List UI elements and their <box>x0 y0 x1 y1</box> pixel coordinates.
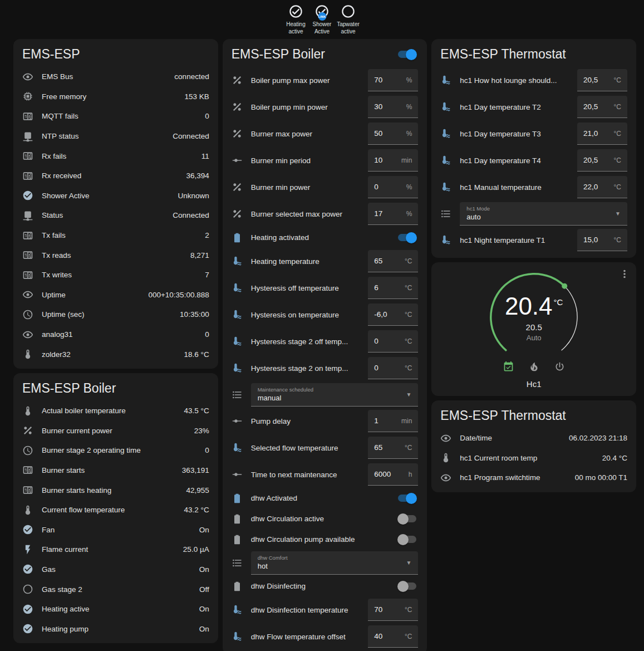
control-row[interactable]: dhw Disinfection temperature70°C <box>223 596 427 623</box>
entity-row[interactable]: GasOn <box>13 560 218 580</box>
number-input[interactable]: 0% <box>368 176 418 198</box>
entity-row[interactable]: Shower ActiveUnknown <box>13 186 218 206</box>
number-input[interactable]: 0°C <box>368 330 418 353</box>
number-input[interactable]: 0°C <box>368 357 418 379</box>
entity-row[interactable]: EMS Busconnected <box>13 67 218 87</box>
number-input[interactable]: -6,0°C <box>368 304 418 326</box>
number-input[interactable]: 6000h <box>368 463 418 486</box>
entity-row[interactable]: Current flow temperature43.2 °C <box>13 500 218 520</box>
control-row[interactable]: Hysteresis on temperature-6,0°C <box>223 301 427 328</box>
entity-row[interactable]: zolder3218.6 °C <box>13 344 218 364</box>
control-row[interactable]: Boiler pump min power30% <box>223 94 427 120</box>
number-input[interactable]: 15,0°C <box>577 229 627 251</box>
control-row[interactable]: Hysteresis stage 2 off temp...0°C <box>223 328 427 355</box>
control-row[interactable]: dhw Flow temperature offset40°C <box>223 623 427 650</box>
entity-row[interactable]: Burner starts heating42,955 <box>13 480 218 500</box>
control-row[interactable]: Pump delay1min <box>223 408 427 434</box>
fire-icon[interactable] <box>528 361 540 373</box>
entity-row[interactable]: Burner current power23% <box>13 421 218 441</box>
number-input[interactable]: 70°C <box>368 599 418 621</box>
entity-row[interactable]: FanOn <box>13 520 218 540</box>
control-row[interactable]: Burner max power50% <box>223 120 427 147</box>
entity-row[interactable]: Uptime000+10:35:00.888 <box>13 285 218 305</box>
number-input[interactable]: 10min <box>368 149 418 172</box>
control-row[interactable]: Burner min period10min <box>223 147 427 174</box>
entity-row[interactable]: Gas stage 2Off <box>13 579 218 599</box>
network-icon <box>22 210 33 221</box>
entity-row[interactable]: Free memory153 KB <box>13 87 218 107</box>
glance-item[interactable]: Tapwateractive <box>336 4 361 35</box>
entity-row[interactable]: Rx fails11 <box>13 146 218 166</box>
number-input[interactable]: 1min <box>368 410 418 432</box>
number-input[interactable]: 20,5°C <box>577 69 627 91</box>
control-row[interactable]: hc1 Day temperature T420,5°C <box>431 147 636 174</box>
control-row[interactable]: dhw Disinfecting <box>223 576 427 596</box>
select-input[interactable]: hc1 Modeauto▼ <box>460 202 627 226</box>
control-row[interactable]: Hysteresis off temperature6°C <box>223 275 427 301</box>
control-row[interactable]: hc1 Day temperature T220,5°C <box>431 94 636 120</box>
thermostat-dial[interactable] <box>484 267 584 367</box>
entity-row[interactable]: StatusConnected <box>13 205 218 226</box>
toggle-switch[interactable] <box>398 515 416 522</box>
entity-row[interactable]: Tx reads8,271 <box>13 245 218 265</box>
entity-row[interactable]: Rx received36,394 <box>13 166 218 186</box>
entity-row[interactable]: MQTT fails0 <box>13 106 218 126</box>
entity-row[interactable]: Burner starts363,191 <box>13 461 218 481</box>
glance-item[interactable]: Heatingactive <box>284 4 308 35</box>
entity-row[interactable]: hc1 Current room temp20.4 °C <box>431 448 636 468</box>
number-input[interactable]: 6°C <box>368 277 418 299</box>
toggle-switch[interactable] <box>398 536 416 543</box>
entity-row[interactable]: Date/time06.02.2023 21:18 <box>431 428 636 448</box>
control-row[interactable]: dhw Circulation pump available <box>223 529 427 550</box>
control-row[interactable]: Burner min power0% <box>223 174 427 200</box>
more-menu-icon[interactable] <box>618 268 631 280</box>
number-input[interactable]: 50% <box>368 123 418 145</box>
number-input[interactable]: 30% <box>368 96 418 118</box>
control-row[interactable]: Boiler pump max power70% <box>223 67 427 94</box>
thermo-water-icon <box>232 336 243 347</box>
entity-row[interactable]: Actual boiler temperature43.5 °C <box>13 401 218 421</box>
control-row[interactable]: Heating temperature65°C <box>223 248 427 275</box>
number-input[interactable]: 20,5°C <box>577 149 627 172</box>
toggle-switch[interactable] <box>398 583 416 590</box>
toggle-switch[interactable] <box>398 495 416 502</box>
number-input[interactable]: 20,5°C <box>577 96 627 118</box>
select-input[interactable]: dhw Comforthot▼ <box>251 551 419 575</box>
control-label: dhw Circulation active <box>251 515 390 523</box>
number-input[interactable]: 70% <box>368 69 418 91</box>
number-input[interactable]: 65°C <box>368 437 418 459</box>
number-input[interactable]: 65°C <box>368 250 418 272</box>
control-row[interactable]: dhw Activated <box>223 488 427 508</box>
power-icon[interactable] <box>554 361 566 373</box>
entity-row[interactable]: hc1 Program switchtime00 mo 00:00 T1 <box>431 468 636 488</box>
control-row[interactable]: hc1 Night temperature T115,0°C <box>431 227 636 253</box>
number-input[interactable]: 22,0°C <box>577 176 627 198</box>
entity-row[interactable]: Burner stage 2 operating time0 <box>13 440 218 461</box>
control-row[interactable]: hc1 Manual temperature22,0°C <box>431 174 636 200</box>
control-row[interactable]: hc1 Day temperature T321,0°C <box>431 120 636 147</box>
entity-row[interactable]: Uptime (sec)10:35:00 <box>13 305 218 325</box>
entity-row[interactable]: Flame current25.0 µA <box>13 540 218 560</box>
control-row[interactable]: Heating activated <box>223 227 427 248</box>
control-row[interactable]: Hysteresis stage 2 on temp...0°C <box>223 355 427 381</box>
select-input[interactable]: Maintenance scheduledmanual▼ <box>251 383 419 407</box>
card-toggle[interactable] <box>398 51 416 58</box>
control-row[interactable]: dhw Circulation active <box>223 508 427 529</box>
entity-row[interactable]: Tx fails2 <box>13 226 218 246</box>
calendar-check-icon[interactable] <box>503 361 514 373</box>
entity-row[interactable]: NTP statusConnected <box>13 126 218 146</box>
number-input[interactable]: 40°C <box>368 625 418 648</box>
control-row[interactable]: Time to next maintenance6000h <box>223 461 427 488</box>
number-input[interactable]: 21,0°C <box>577 123 627 145</box>
entity-row[interactable]: analog310 <box>13 325 218 345</box>
control-row[interactable]: hc1 How hot lounge should...20,5°C <box>431 67 636 94</box>
entity-row[interactable]: Heating activeOn <box>13 599 218 619</box>
toggle-switch[interactable] <box>398 234 416 241</box>
control-row[interactable]: Burner selected max power17% <box>223 200 427 227</box>
percent-icon <box>232 182 243 193</box>
entity-row[interactable]: Heating pumpOn <box>13 619 218 639</box>
control-row[interactable]: Selected flow temperature65°C <box>223 434 427 461</box>
number-input[interactable]: 17% <box>368 203 418 225</box>
glance-item[interactable]: LINKShowerActive <box>310 4 335 35</box>
entity-row[interactable]: Tx writes7 <box>13 265 218 285</box>
